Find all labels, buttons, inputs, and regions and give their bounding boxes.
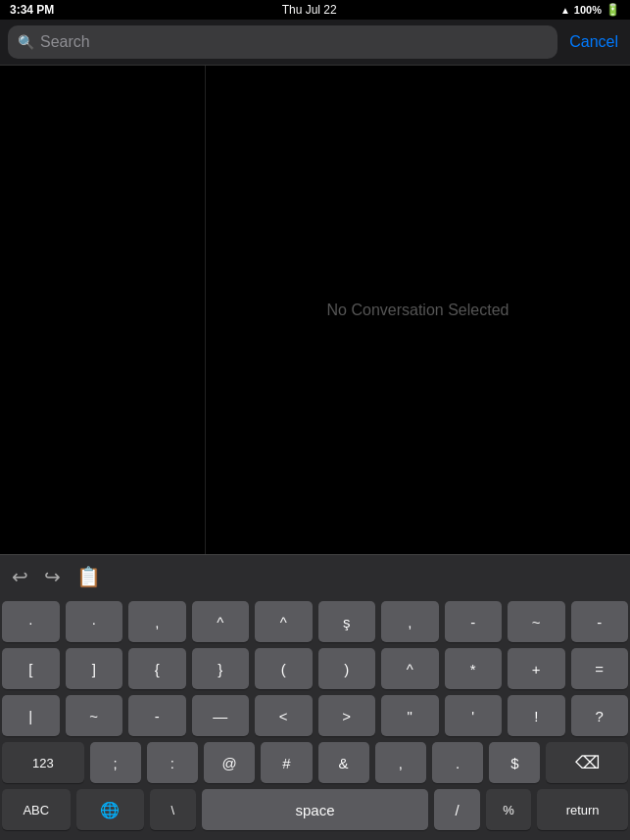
key-question[interactable]: ? bbox=[571, 695, 629, 736]
key-single-quote[interactable]: ' bbox=[445, 695, 503, 736]
key-open-paren[interactable]: ( bbox=[255, 648, 313, 689]
key-s-cedilla[interactable]: ş bbox=[318, 601, 376, 642]
key-space[interactable]: space bbox=[202, 789, 429, 830]
key-hash[interactable]: # bbox=[261, 742, 312, 783]
key-delete[interactable]: ⌫ bbox=[546, 742, 628, 783]
search-bar-row: 🔍 Search Cancel bbox=[0, 20, 630, 66]
key-comma1[interactable]: , bbox=[128, 601, 186, 642]
wifi-icon: ▲ bbox=[560, 5, 570, 16]
keyboard-row-5: ABC 🌐 \ space / % return bbox=[2, 789, 628, 830]
key-emdash[interactable]: — bbox=[192, 695, 250, 736]
key-dash1[interactable]: - bbox=[445, 601, 503, 642]
key-greater-than[interactable]: > bbox=[318, 695, 376, 736]
key-dollar[interactable]: $ bbox=[489, 742, 540, 783]
key-open-bracket[interactable]: [ bbox=[2, 648, 60, 689]
key-caret1[interactable]: ^ bbox=[192, 601, 250, 642]
keyboard: · · , ^ ^ ş , - ~ - [ ] { } ( ) ^ * + = … bbox=[0, 597, 630, 840]
key-dash2[interactable]: - bbox=[571, 601, 629, 642]
key-return[interactable]: return bbox=[537, 789, 628, 830]
status-right: ▲ 100% 🔋 bbox=[560, 3, 620, 17]
key-comma2[interactable]: , bbox=[381, 601, 439, 642]
key-dot1[interactable]: · bbox=[2, 601, 60, 642]
key-comma3[interactable]: , bbox=[375, 742, 426, 783]
keyboard-row-2: [ ] { } ( ) ^ * + = bbox=[2, 648, 628, 689]
keyboard-row-4: 123 ; : @ # & , . $ ⌫ bbox=[2, 742, 628, 783]
key-caret3[interactable]: ^ bbox=[381, 648, 439, 689]
sidebar bbox=[0, 66, 206, 554]
main-area: No Conversation Selected bbox=[0, 66, 630, 554]
key-period[interactable]: . bbox=[432, 742, 483, 783]
key-globe[interactable]: 🌐 bbox=[76, 789, 145, 830]
key-colon[interactable]: : bbox=[147, 742, 198, 783]
key-dot2[interactable]: · bbox=[66, 601, 123, 642]
search-icon: 🔍 bbox=[18, 34, 34, 50]
key-tilde2[interactable]: ~ bbox=[66, 695, 123, 736]
keyboard-row-3: | ~ - — < > " ' ! ? bbox=[2, 695, 628, 736]
search-input[interactable]: Search bbox=[40, 33, 548, 51]
status-date: Thu Jul 22 bbox=[282, 3, 337, 17]
key-pipe[interactable]: | bbox=[2, 695, 60, 736]
key-percent[interactable]: % bbox=[486, 789, 531, 830]
key-backslash[interactable]: \ bbox=[150, 789, 195, 830]
key-123[interactable]: 123 bbox=[2, 742, 84, 783]
status-time-date: 3:34 PM bbox=[10, 3, 54, 17]
clipboard-icon[interactable]: 📋 bbox=[76, 565, 101, 588]
cancel-button[interactable]: Cancel bbox=[565, 33, 622, 51]
key-caret2[interactable]: ^ bbox=[255, 601, 313, 642]
key-close-brace[interactable]: } bbox=[192, 648, 250, 689]
key-double-quote[interactable]: " bbox=[381, 695, 439, 736]
search-field[interactable]: 🔍 Search bbox=[8, 25, 557, 59]
key-at[interactable]: @ bbox=[204, 742, 255, 783]
status-bar: 3:34 PM Thu Jul 22 ▲ 100% 🔋 bbox=[0, 0, 630, 20]
key-semicolon[interactable]: ; bbox=[90, 742, 141, 783]
key-close-paren[interactable]: ) bbox=[318, 648, 376, 689]
key-close-bracket[interactable]: ] bbox=[66, 648, 123, 689]
keyboard-toolbar: ↩ ↪ 📋 bbox=[0, 554, 630, 597]
undo-icon[interactable]: ↩ bbox=[12, 565, 28, 588]
redo-icon[interactable]: ↪ bbox=[44, 565, 61, 588]
key-tilde1[interactable]: ~ bbox=[508, 601, 565, 642]
key-equals[interactable]: = bbox=[571, 648, 629, 689]
key-less-than[interactable]: < bbox=[255, 695, 313, 736]
right-pane: No Conversation Selected bbox=[206, 66, 630, 554]
key-open-brace[interactable]: { bbox=[128, 648, 186, 689]
battery-percentage: 100% bbox=[574, 4, 602, 16]
keyboard-row-1: · · , ^ ^ ş , - ~ - bbox=[2, 601, 628, 642]
key-slash[interactable]: / bbox=[434, 789, 479, 830]
key-abc[interactable]: ABC bbox=[2, 789, 71, 830]
key-plus[interactable]: + bbox=[508, 648, 565, 689]
key-hyphen[interactable]: - bbox=[128, 695, 186, 736]
key-ampersand[interactable]: & bbox=[318, 742, 369, 783]
key-exclamation[interactable]: ! bbox=[508, 695, 565, 736]
battery-icon: 🔋 bbox=[606, 3, 620, 17]
no-conversation-label: No Conversation Selected bbox=[327, 302, 509, 319]
key-asterisk[interactable]: * bbox=[445, 648, 503, 689]
